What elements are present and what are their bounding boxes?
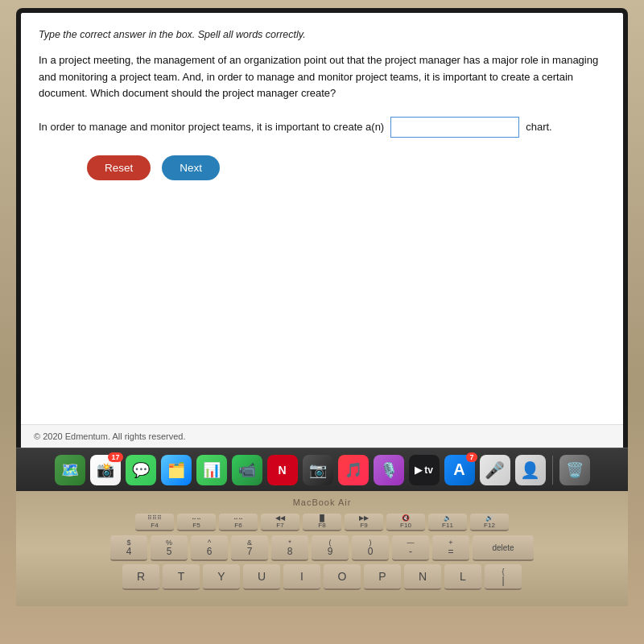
letter-row: R T Y U I O P N L {| — [40, 564, 604, 590]
answer-suffix-text: chart. — [526, 119, 552, 135]
dock-icon-messages[interactable]: 💬 — [126, 455, 156, 485]
screen-content: Type the correct answer in the box. Spel… — [21, 13, 623, 448]
dock-icon-appstore[interactable]: A 7 — [444, 455, 475, 485]
dock-bar: 🗺️ 📸 17 💬 🗂️ 📊 📹 N 📷 🎵 🎙️ ▶ tv A 7 🎤 👤 🗑… — [16, 448, 628, 491]
dock-icon-photos[interactable]: 📸 17 — [90, 455, 121, 485]
key-f9[interactable]: ▶▶F9 — [345, 514, 383, 531]
key-t[interactable]: T — [163, 564, 200, 590]
footer: © 2020 Edmentum. All rights reserved. — [21, 424, 623, 448]
number-row: $4 %5 ^6 &7 *8 (9 )0 —- += delete — [40, 535, 604, 561]
key-4[interactable]: $4 — [110, 535, 147, 561]
spacer-area — [39, 180, 605, 374]
next-button[interactable]: Next — [162, 155, 220, 180]
key-7[interactable]: &7 — [231, 535, 268, 561]
bottom-chassis: MacBook Air ⠿⠿⠿F4 ⠤⠤F5 ⠤⠤F6 ◀◀F7 ▐▌F8 ▶▶… — [16, 491, 628, 606]
key-f5[interactable]: ⠤⠤F5 — [177, 514, 216, 531]
buttons-row: Reset Next — [87, 155, 605, 180]
answer-prompt-text: In order to manage and monitor project t… — [39, 119, 384, 135]
key-9[interactable]: (9 — [312, 535, 349, 561]
fn-row: ⠿⠿⠿F4 ⠤⠤F5 ⠤⠤F6 ◀◀F7 ▐▌F8 ▶▶F9 🔇F10 🔉F11… — [40, 514, 604, 531]
dock-icon-facetime[interactable]: 📹 — [232, 455, 262, 485]
dock-icon-news[interactable]: N — [267, 455, 298, 485]
dock-icon-finder[interactable]: 🗂️ — [161, 455, 192, 485]
dock-icon-podcasts[interactable]: 🎙️ — [374, 455, 404, 485]
answer-row: In order to manage and monitor project t… — [39, 117, 605, 138]
question-text: In a project meeting, the management of … — [39, 52, 605, 102]
key-o[interactable]: O — [324, 564, 361, 590]
key-6[interactable]: ^6 — [191, 535, 228, 561]
key-0[interactable]: )0 — [352, 535, 389, 561]
key-p[interactable]: P — [364, 564, 401, 590]
dock-icon-appletv[interactable]: ▶ tv — [409, 455, 440, 485]
key-f8[interactable]: ▐▌F8 — [303, 514, 341, 531]
key-f10[interactable]: 🔇F10 — [386, 514, 425, 531]
dock-divider — [552, 456, 553, 485]
laptop-outer: Type the correct answer in the box. Spel… — [0, 0, 644, 644]
key-f7[interactable]: ◀◀F7 — [261, 514, 299, 531]
dock-icon-trash[interactable]: 🗑️ — [559, 455, 590, 485]
key-8[interactable]: *8 — [271, 535, 308, 561]
key-n[interactable]: N — [404, 564, 441, 590]
content-area: Type the correct answer in the box. Spel… — [21, 13, 623, 424]
dock-icon-camera[interactable]: 📷 — [303, 455, 333, 485]
key-l[interactable]: L — [444, 564, 481, 590]
key-delete[interactable]: delete — [473, 535, 534, 561]
key-pipe[interactable]: {| — [485, 564, 522, 590]
instruction-text: Type the correct answer in the box. Spel… — [39, 27, 605, 43]
key-5[interactable]: %5 — [151, 535, 188, 561]
dock-icon-numbers[interactable]: 📊 — [196, 455, 227, 485]
screen-bezel: Type the correct answer in the box. Spel… — [16, 8, 628, 448]
macbook-label: MacBook Air — [293, 497, 352, 507]
key-r[interactable]: R — [122, 564, 159, 590]
key-minus[interactable]: —- — [392, 535, 429, 561]
key-f12[interactable]: 🔊F12 — [470, 514, 509, 531]
key-y[interactable]: Y — [203, 564, 240, 590]
reset-button[interactable]: Reset — [87, 155, 151, 180]
key-i[interactable]: I — [283, 564, 320, 590]
key-u[interactable]: U — [243, 564, 280, 590]
key-f6[interactable]: ⠤⠤F6 — [219, 514, 258, 531]
key-equals[interactable]: += — [432, 535, 469, 561]
dock-icon-music[interactable]: 🎵 — [338, 455, 369, 485]
dock-icon-siri[interactable]: 🎤 — [480, 455, 510, 485]
keyboard-area: ⠿⠿⠿F4 ⠤⠤F5 ⠤⠤F6 ◀◀F7 ▐▌F8 ▶▶F9 🔇F10 🔉F11… — [32, 509, 612, 601]
answer-input[interactable] — [390, 117, 519, 138]
key-f11[interactable]: 🔉F11 — [428, 514, 467, 531]
dock-icon-photos2[interactable]: 👤 — [515, 455, 546, 485]
key-f4[interactable]: ⠿⠿⠿F4 — [135, 514, 174, 531]
dock-icon-maps[interactable]: 🗺️ — [55, 455, 85, 485]
